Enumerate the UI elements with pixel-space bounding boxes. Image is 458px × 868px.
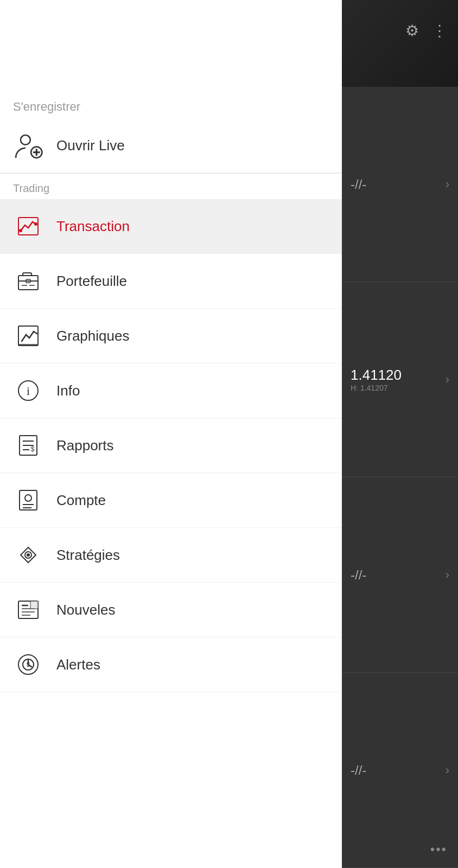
alertes-label: Alertes bbox=[56, 656, 100, 673]
navigation-drawer: S'enregistrer Ouvrir Live Trading bbox=[0, 0, 342, 868]
transaction-icon bbox=[13, 211, 43, 241]
rapports-label: Rapports bbox=[56, 437, 114, 454]
svg-point-27 bbox=[27, 554, 29, 556]
sidebar-item-transaction[interactable]: Transaction bbox=[0, 199, 342, 254]
info-label: Info bbox=[56, 382, 80, 399]
drawer-header-spacer bbox=[0, 0, 342, 87]
sidebar-item-portefeuille[interactable]: Portefeuille bbox=[0, 254, 342, 309]
nouveles-label: Nouveles bbox=[56, 602, 115, 618]
chevron-right-1: › bbox=[446, 177, 449, 192]
strategies-label: Stratégies bbox=[56, 547, 120, 564]
right-value-sub-2: H: 1.41207 bbox=[351, 384, 402, 392]
compte-icon bbox=[13, 485, 43, 515]
svg-point-5 bbox=[20, 229, 22, 232]
chevron-right-2: › bbox=[446, 373, 449, 387]
ouvrir-live-icon bbox=[13, 130, 43, 161]
portefeuille-label: Portefeuille bbox=[56, 273, 127, 290]
nouveles-icon bbox=[13, 595, 43, 625]
right-value-2: 1.41120 bbox=[351, 367, 402, 384]
bottom-dots: ••• bbox=[430, 842, 447, 857]
sidebar-item-info[interactable]: i Info bbox=[0, 363, 342, 418]
more-options-button[interactable]: ⋮ bbox=[432, 22, 447, 40]
svg-rect-33 bbox=[30, 601, 38, 609]
right-row-3[interactable]: -//- › bbox=[342, 477, 458, 673]
right-row-4[interactable]: -//- › bbox=[342, 673, 458, 868]
svg-text:$: $ bbox=[31, 445, 35, 453]
settings-button[interactable]: ⚙ bbox=[405, 22, 419, 40]
svg-point-0 bbox=[21, 135, 30, 145]
right-row-2[interactable]: 1.41120 H: 1.41207 › bbox=[342, 282, 458, 477]
svg-rect-4 bbox=[18, 218, 38, 235]
settings-icon: ⚙ bbox=[405, 22, 419, 39]
sidebar-item-nouveles[interactable]: Nouveles bbox=[0, 583, 342, 637]
drawer-menu-content: S'enregistrer Ouvrir Live Trading bbox=[0, 87, 342, 868]
right-row-1[interactable]: -//- › bbox=[342, 87, 458, 282]
svg-point-23 bbox=[25, 495, 31, 501]
register-section-label: S'enregistrer bbox=[0, 87, 342, 118]
graphiques-icon bbox=[13, 321, 43, 351]
graphiques-label: Graphiques bbox=[56, 328, 129, 344]
sidebar-item-alertes[interactable]: $ Alertes bbox=[0, 637, 342, 692]
right-panel: -//- › 1.41120 H: 1.41207 › -//- › -//- … bbox=[342, 87, 458, 868]
trading-section-label: Trading bbox=[0, 174, 342, 199]
ouvrir-live-label: Ouvrir Live bbox=[56, 137, 125, 154]
svg-text:i: i bbox=[27, 384, 30, 398]
right-value-1: -//- bbox=[351, 177, 366, 192]
compte-label: Compte bbox=[56, 492, 106, 509]
sidebar-item-compte[interactable]: Compte bbox=[0, 473, 342, 528]
sidebar-item-rapports[interactable]: $ Rapports bbox=[0, 418, 342, 473]
right-value-group-2: 1.41120 H: 1.41207 bbox=[351, 367, 402, 392]
transaction-label: Transaction bbox=[56, 218, 130, 235]
chevron-right-3: › bbox=[446, 568, 449, 582]
rapports-icon: $ bbox=[13, 430, 43, 461]
svg-rect-12 bbox=[18, 326, 38, 346]
sidebar-item-graphiques[interactable]: Graphiques bbox=[0, 309, 342, 363]
sidebar-item-strategies[interactable]: Stratégies bbox=[0, 528, 342, 583]
svg-rect-22 bbox=[20, 490, 37, 510]
ouvrir-live-item[interactable]: Ouvrir Live bbox=[0, 118, 342, 173]
more-icon: ⋮ bbox=[432, 22, 447, 39]
right-value-3: -//- bbox=[351, 567, 366, 583]
chevron-right-4: › bbox=[446, 763, 449, 777]
info-icon: i bbox=[13, 375, 43, 406]
right-value-4: -//- bbox=[351, 763, 366, 778]
svg-text:$: $ bbox=[27, 661, 30, 668]
alertes-icon: $ bbox=[13, 649, 43, 680]
header-actions: ⚙ ⋮ bbox=[405, 22, 447, 40]
portefeuille-icon bbox=[13, 266, 43, 296]
strategies-icon bbox=[13, 540, 43, 570]
svg-point-6 bbox=[35, 223, 37, 225]
